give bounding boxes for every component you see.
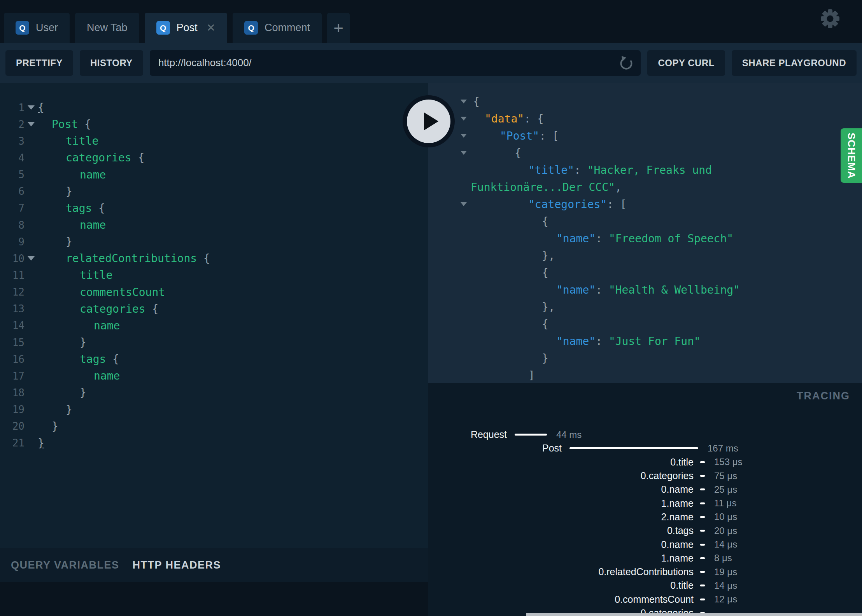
line-number: 19 (0, 404, 25, 415)
tab-post[interactable]: QPost✕ (145, 13, 228, 43)
tracing-duration: 153 μs (714, 457, 743, 467)
settings-gear-icon[interactable] (820, 9, 840, 29)
tracing-duration: 12 μs (714, 594, 737, 605)
share-playground-button[interactable]: SHARE PLAYGROUND (732, 50, 857, 76)
reload-icon[interactable] (619, 55, 634, 71)
tracing-duration: 11 μs (714, 498, 736, 509)
fold-arrow-icon[interactable] (25, 105, 38, 110)
brace: { (38, 101, 44, 114)
collapse-arrow-icon[interactable] (461, 202, 467, 206)
editor-line: 12commentsCount (0, 284, 428, 301)
response-viewer[interactable]: {"data": {"Post": [{"title": "Hacker, Fr… (428, 83, 862, 383)
tracing-label: 0.tags (428, 525, 694, 536)
editor-code: tags { (66, 202, 105, 215)
tracing-title: TRACING (797, 390, 850, 402)
response-line: }, (428, 298, 862, 315)
tracing-label: 0.commentsCount (428, 594, 694, 605)
endpoint-url-input[interactable]: http://localhost:4000/ (150, 50, 641, 76)
line-number: 15 (0, 337, 25, 348)
graphql-field: categories (66, 151, 131, 164)
tracing-duration: 20 μs (714, 525, 737, 536)
editor-code: relatedContributions { (66, 252, 210, 265)
fold-arrow-icon[interactable] (25, 256, 38, 261)
editor-line: 1{ (0, 99, 428, 116)
copy-curl-button[interactable]: COPY CURL (647, 50, 725, 76)
editor-line: 10relatedContributions { (0, 250, 428, 267)
horizontal-scrollbar[interactable] (526, 613, 862, 616)
tracing-row: 0.title14 μs (428, 579, 862, 592)
editor-code: { (38, 101, 44, 114)
response-line: }, (428, 247, 862, 264)
editor-line: 6} (0, 183, 428, 200)
tracing-duration: 10 μs (714, 511, 737, 522)
tracing-row: 1.name8 μs (428, 551, 862, 565)
tracing-row: Request44 ms (428, 428, 862, 441)
response-code: { (473, 95, 480, 108)
tab-user[interactable]: QUser (4, 13, 70, 43)
history-button[interactable]: HISTORY (80, 50, 143, 76)
tracing-panel: TRACING Request44 msPost167 ms0.title153… (428, 383, 862, 616)
json-punc: { (473, 95, 480, 108)
response-line: ] (428, 367, 862, 383)
tracing-row: 0.commentsCount12 μs (428, 593, 862, 606)
editor-code: title (80, 269, 112, 282)
tracing-dash (700, 557, 705, 559)
collapse-arrow-icon[interactable] (461, 117, 467, 121)
tab-new-tab[interactable]: New Tab (75, 13, 139, 43)
prettify-button[interactable]: PRETTIFY (5, 50, 73, 76)
json-punc: { (542, 215, 548, 228)
tracing-label: 0.categories (428, 470, 694, 481)
tracing-duration: 75 μs (714, 471, 737, 481)
graphql-field: name (80, 219, 106, 231)
line-number: 13 (0, 303, 25, 315)
collapse-arrow-icon[interactable] (461, 151, 467, 155)
add-tab-button[interactable]: + (327, 13, 350, 43)
editor-code: name (94, 319, 120, 332)
json-str: "Hacker, Freaks und (587, 164, 712, 177)
query-variables-tab[interactable]: QUERY VARIABLES (11, 559, 119, 571)
editor-line: 16tags { (0, 351, 428, 368)
editor-line: 17name (0, 368, 428, 384)
editor-line: 20} (0, 418, 428, 435)
tracing-duration: 25 μs (714, 484, 737, 495)
line-number: 5 (0, 169, 25, 180)
response-code: Funktionäre...Der CCC", (471, 181, 622, 194)
graphql-field: relatedContributions (66, 252, 197, 265)
close-icon[interactable]: ✕ (207, 23, 216, 33)
response-line: "title": "Hacker, Freaks und (428, 161, 862, 178)
fold-arrow-icon[interactable] (25, 122, 38, 126)
json-punc: : [ (539, 130, 559, 142)
response-line: "Post": [ (428, 127, 862, 144)
schema-tab[interactable]: SCHEMA (841, 128, 862, 183)
editor-code: categories { (66, 151, 144, 164)
tab-bar: QUserNew TabQPost✕QComment+ (0, 0, 862, 43)
editor-line: 2Post { (0, 116, 428, 133)
tracing-dash (700, 571, 705, 573)
tracing-label: 1.name (428, 498, 694, 509)
brace: { (197, 252, 210, 265)
tab-label: User (36, 22, 58, 34)
graphql-field: tags (80, 353, 106, 366)
json-punc: : (596, 284, 609, 296)
editor-code: name (94, 369, 120, 382)
http-headers-tab[interactable]: HTTP HEADERS (133, 559, 221, 571)
editor-code: } (66, 235, 72, 248)
editor-code: title (66, 135, 98, 147)
tracing-dash (700, 544, 705, 546)
line-number: 1 (0, 102, 25, 114)
query-editor[interactable]: 1{2Post {3title4categories {5name6}7tags… (0, 83, 428, 582)
tab-comment[interactable]: QComment (233, 13, 322, 43)
collapse-arrow-icon[interactable] (461, 134, 467, 138)
collapse-arrow-icon[interactable] (461, 100, 467, 103)
tracing-label: 0.name (428, 484, 694, 495)
tab-label: Post (177, 22, 198, 34)
json-key: "name" (556, 232, 596, 245)
tab-label: New Tab (87, 22, 128, 34)
query-editor-lines: 1{2Post {3title4categories {5name6}7tags… (0, 99, 428, 452)
tracing-duration: 44 ms (556, 429, 582, 440)
brace: } (52, 420, 58, 433)
tracing-dash (700, 516, 705, 518)
tracing-row: 1.name11 μs (428, 496, 862, 510)
brace: { (78, 118, 91, 131)
execute-button[interactable] (403, 95, 455, 147)
